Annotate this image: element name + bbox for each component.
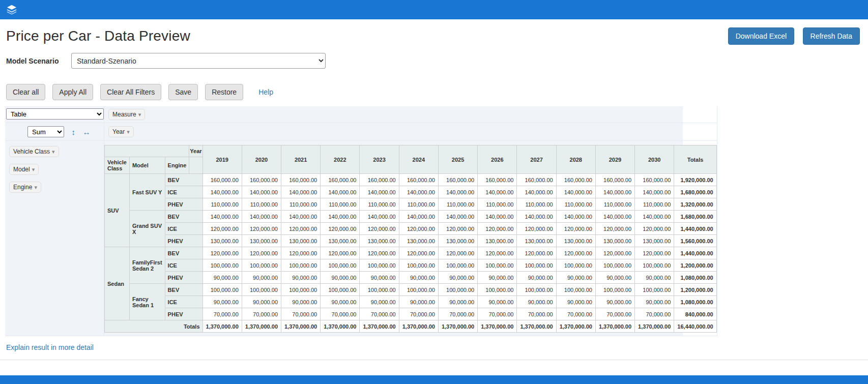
value-cell: 140,000.00 — [242, 211, 281, 223]
value-cell: 120,000.00 — [635, 247, 674, 259]
download-excel-button[interactable]: Download Excel — [728, 27, 794, 45]
value-cell: 90,000.00 — [321, 272, 360, 284]
renderer-select[interactable]: Table — [6, 108, 104, 120]
value-cell: 160,000.00 — [595, 174, 634, 186]
value-cell: 90,000.00 — [478, 296, 517, 308]
value-cell: 90,000.00 — [360, 272, 399, 284]
value-cell: 160,000.00 — [517, 174, 556, 186]
value-cell: 90,000.00 — [399, 272, 438, 284]
row-axis-label-vehicle-class: Vehicle Class — [105, 157, 130, 174]
value-cell: 120,000.00 — [202, 247, 242, 259]
value-cell: 90,000.00 — [595, 296, 634, 308]
row-attribute-slot: Model▾ — [9, 164, 100, 175]
row-total-cell: 1,560,000.00 — [674, 235, 716, 247]
value-cell: 140,000.00 — [399, 211, 438, 223]
value-cell: 130,000.00 — [556, 235, 595, 247]
col-total-cell: 1,370,000.00 — [595, 320, 634, 333]
value-cell: 130,000.00 — [478, 235, 517, 247]
aggregator-select[interactable]: Sum — [27, 126, 64, 137]
value-cell: 140,000.00 — [321, 186, 360, 198]
value-cell: 120,000.00 — [438, 247, 477, 259]
value-cell: 120,000.00 — [517, 247, 556, 259]
value-cell: 140,000.00 — [595, 211, 634, 223]
attribute-engine[interactable]: Engine▾ — [9, 182, 41, 193]
layers-logo-icon[interactable] — [6, 4, 17, 15]
value-cell: 70,000.00 — [360, 308, 399, 320]
engine-cell: BEV — [165, 174, 202, 186]
toolbar-button-clear-all[interactable]: Clear all — [6, 84, 45, 100]
toolbar-button-clear-all-filters[interactable]: Clear All Filters — [100, 84, 161, 100]
value-cell: 90,000.00 — [635, 296, 674, 308]
attribute-measure[interactable]: Measure▾ — [108, 109, 145, 120]
value-cell: 100,000.00 — [202, 284, 242, 296]
attribute-model[interactable]: Model▾ — [9, 164, 39, 175]
value-cell: 90,000.00 — [556, 272, 595, 284]
col-total-cell: 1,370,000.00 — [281, 320, 321, 333]
engine-cell: BEV — [165, 284, 202, 296]
value-cell: 70,000.00 — [242, 308, 281, 320]
toolbar-button-save[interactable]: Save — [168, 84, 198, 100]
year-col-header-2030: 2030 — [635, 145, 674, 174]
value-cell: 130,000.00 — [202, 235, 242, 247]
dropdown-triangle-icon[interactable]: ▾ — [34, 184, 37, 190]
year-col-header-2022: 2022 — [321, 145, 360, 174]
attribute-vehicle-class[interactable]: Vehicle Class▾ — [9, 146, 59, 157]
row-total-cell: 1,080,000.00 — [674, 296, 716, 308]
value-cell: 140,000.00 — [556, 186, 595, 198]
value-cell: 160,000.00 — [556, 174, 595, 186]
table-row: ICE140,000.00140,000.00140,000.00140,000… — [105, 186, 717, 198]
value-cell: 90,000.00 — [202, 296, 242, 308]
dropdown-triangle-icon[interactable]: ▾ — [138, 111, 141, 117]
value-cell: 120,000.00 — [242, 247, 281, 259]
value-cell: 130,000.00 — [321, 235, 360, 247]
value-cell: 120,000.00 — [556, 247, 595, 259]
value-cell: 100,000.00 — [202, 259, 242, 272]
explain-result-link[interactable]: Explain result in more detail — [6, 343, 868, 351]
table-area: Year201920202021202220232024202520262027… — [104, 141, 717, 336]
refresh-data-button[interactable]: Refresh Data — [803, 27, 860, 45]
value-cell: 110,000.00 — [478, 198, 517, 211]
year-col-header-2026: 2026 — [478, 145, 517, 174]
value-cell: 90,000.00 — [399, 296, 438, 308]
attribute-year[interactable]: Year▾ — [108, 126, 134, 137]
value-cell: 100,000.00 — [595, 284, 634, 296]
value-cell: 140,000.00 — [321, 211, 360, 223]
col-total-cell: 1,370,000.00 — [360, 320, 399, 333]
value-cell: 130,000.00 — [635, 235, 674, 247]
dropdown-triangle-icon[interactable]: ▾ — [52, 149, 55, 155]
value-cell: 140,000.00 — [635, 186, 674, 198]
value-cell: 120,000.00 — [360, 247, 399, 259]
engine-cell: PHEV — [165, 235, 202, 247]
value-cell: 100,000.00 — [478, 284, 517, 296]
year-col-header-2021: 2021 — [281, 145, 321, 174]
year-col-header-2028: 2028 — [556, 145, 595, 174]
dropdown-triangle-icon[interactable]: ▾ — [32, 166, 35, 172]
row-total-cell: 1,440,000.00 — [674, 223, 716, 235]
value-cell: 110,000.00 — [556, 198, 595, 211]
model-scenario-select[interactable]: Standard-Szenario — [71, 53, 326, 69]
dropdown-triangle-icon[interactable]: ▾ — [127, 129, 130, 135]
row-attribute-slot: Vehicle Class▾ — [9, 146, 100, 157]
value-cell: 120,000.00 — [595, 247, 634, 259]
value-cell: 100,000.00 — [281, 284, 321, 296]
engine-cell: ICE — [165, 223, 202, 235]
toolbar-button-restore[interactable]: Restore — [205, 84, 243, 100]
value-cell: 100,000.00 — [321, 259, 360, 272]
pivot-ui: Table Measure▾ Sum ↕ ↔ Year▾ Vehicle Cla… — [5, 106, 683, 336]
grand-total-cell: 16,440,000.00 — [674, 320, 716, 333]
value-cell: 130,000.00 — [242, 235, 281, 247]
totals-row-label: Totals — [105, 320, 203, 333]
toolbar-button-apply-all[interactable]: Apply All — [52, 84, 93, 100]
col-order-button[interactable]: ↔ — [82, 128, 90, 136]
value-cell: 160,000.00 — [635, 174, 674, 186]
unused-attributes-area: Measure▾ — [104, 106, 717, 123]
table-row: PHEV110,000.00110,000.00110,000.00110,00… — [105, 198, 717, 211]
value-cell: 90,000.00 — [360, 296, 399, 308]
value-cell: 70,000.00 — [635, 308, 674, 320]
value-cell: 130,000.00 — [595, 235, 634, 247]
value-cell: 90,000.00 — [321, 296, 360, 308]
value-cell: 130,000.00 — [399, 235, 438, 247]
row-order-button[interactable]: ↕ — [71, 128, 75, 136]
value-cell: 100,000.00 — [635, 284, 674, 296]
help-link[interactable]: Help — [258, 88, 273, 96]
